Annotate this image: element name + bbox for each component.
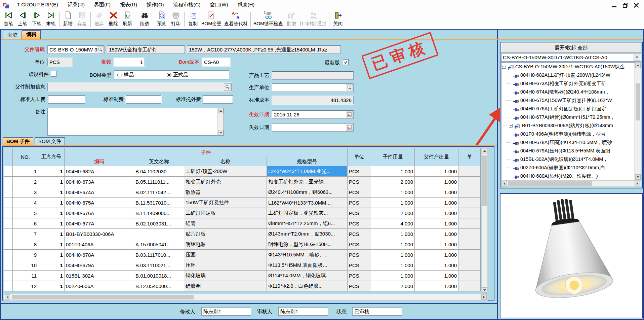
row-selector[interactable]: [4, 198, 13, 208]
cell-eng-name[interactable]: B.02.1003031...: [134, 218, 184, 229]
toolbar-bom-change-button[interactable]: BOM变更: [200, 11, 223, 27]
toolbar-nav-prev-button[interactable]: 上笔: [15, 11, 30, 27]
tree-item[interactable]: ┈┈004H0-677A(铝管)(Ø8mm*H51*T2.25mm，: [501, 113, 635, 121]
cell-no[interactable]: 7: [13, 229, 38, 239]
menu-item-3[interactable]: 报表(R): [115, 0, 142, 9]
toolbar-preview-button[interactable]: 预览: [155, 11, 169, 27]
tree-item[interactable]: ┈┈001F0-406A(明纬电源)(明纬电源，型号: [501, 130, 635, 138]
parent-extra-lookup-icon[interactable]: [224, 83, 231, 91]
cell-unit[interactable]: PCS: [348, 271, 371, 281]
cell-seq[interactable]: 1: [38, 177, 65, 187]
tree-item[interactable]: ┈┈004H0-679A(压环)(Φ113.5*H5MM,表面阳: [501, 147, 635, 155]
row-selector[interactable]: [4, 208, 13, 218]
cell-unit[interactable]: PCS: [348, 177, 371, 187]
cell-parent-qty[interactable]: 1.000: [415, 166, 458, 177]
cell-no[interactable]: 11: [13, 271, 38, 281]
cell-name[interactable]: 150W工矿灯悬挂件: [184, 198, 267, 208]
bom-type-sample-radio[interactable]: 样品: [117, 72, 134, 78]
cell-eng-name[interactable]: [134, 229, 184, 239]
cell-eng-name[interactable]: B.11.1409000...: [134, 208, 184, 218]
cell-spec[interactable]: Φ110*Φ2.0，白色硅胶...: [267, 281, 348, 291]
cell-code[interactable]: 001F0-406A: [65, 239, 134, 250]
cell-spec[interactable]: L243*W243*T1.0MM.亚光...: [267, 166, 348, 177]
cell-spec[interactable]: 明纬电源，型号HLG-150H...: [267, 239, 348, 250]
cell-parent-qty[interactable]: 1.000: [415, 260, 458, 271]
expand-collapse-button[interactable]: 展开/收起 全部: [501, 43, 641, 52]
cell-no[interactable]: 12: [13, 281, 38, 291]
cell-seq[interactable]: 1: [38, 250, 65, 260]
tree-item[interactable]: ┈┈004H0-674A(散热器)(Ø240.4*H108mm，: [501, 88, 635, 96]
remark-field[interactable]: [47, 108, 224, 136]
tree-vertical-scrollbar[interactable]: [635, 62, 641, 180]
row-selector[interactable]: [4, 177, 13, 187]
menu-item-7[interactable]: 帮助(H): [233, 0, 259, 9]
cell-seq[interactable]: 1: [38, 271, 65, 281]
menu-item-4[interactable]: 操作(O): [142, 0, 169, 9]
cell-parent-qty[interactable]: 1.000: [415, 218, 458, 229]
tree-item[interactable]: ┈┈004H0-680A(吊环)(M20、铁度镍。): [501, 172, 635, 180]
tree-root-item[interactable]: −CS-BYB-O-150MW-30D71-WCTKG-A0(150W钛金: [501, 63, 635, 71]
cell-no[interactable]: 5: [13, 208, 38, 218]
toolbar-substitute-button[interactable]: AB查看替代料: [223, 11, 249, 27]
cell-unit[interactable]: PCS: [348, 166, 371, 177]
row-selector[interactable]: [4, 239, 13, 250]
minimize-button[interactable]: [612, 3, 618, 7]
toolbar-print-button[interactable]: 打印: [169, 11, 183, 27]
cell-qty[interactable]: 1.000: [371, 187, 415, 198]
cell-seq[interactable]: 1: [38, 187, 65, 198]
prod-unit-field[interactable]: [272, 83, 354, 92]
cell-cut[interactable]: [458, 166, 481, 177]
cell-code[interactable]: 004H0-673A: [65, 177, 134, 187]
grid-horizontal-scrollbar[interactable]: [4, 294, 488, 300]
cell-qty[interactable]: 2.000: [371, 177, 415, 187]
cell-eng-name[interactable]: B.04.1102030...: [134, 166, 184, 177]
cell-name[interactable]: 硅胶圈: [184, 281, 267, 291]
expire-calendar-icon[interactable]: 31: [346, 124, 353, 131]
cell-seq[interactable]: 1: [38, 166, 65, 177]
cell-name[interactable]: 相变工矿灯外壳: [184, 177, 267, 187]
toolbar-nav-next-button[interactable]: 下笔: [30, 11, 44, 27]
std-make-field[interactable]: [126, 95, 161, 104]
cell-qty[interactable]: 1.000: [371, 271, 415, 281]
tree-horizontal-scrollbar[interactable]: [501, 180, 641, 187]
cell-unit[interactable]: PCS: [348, 198, 371, 208]
cell-unit[interactable]: PCS: [348, 260, 371, 271]
cell-eng-name[interactable]: B.12.0540000...: [134, 281, 184, 291]
col-eng-name[interactable]: 英文名称: [134, 157, 184, 166]
cell-qty[interactable]: 2.000: [371, 208, 415, 218]
tree-item[interactable]: ┈┈004H0-676A(工矿灯固定板)(工矿灯固定: [501, 105, 635, 113]
toolbar-refresh-button[interactable]: 刷新: [120, 11, 134, 27]
cell-spec[interactable]: Ø240.4*H108mm，铝6063...: [267, 187, 348, 198]
bom-type-formal-radio[interactable]: 正式品: [167, 72, 188, 78]
cell-cut[interactable]: [458, 198, 481, 208]
tree-item[interactable]: ┈┈004H0-678A(压圈)(Φ143*H10.5MM，喷砂: [501, 138, 635, 147]
cell-name[interactable]: 压圈: [184, 250, 267, 260]
cell-name[interactable]: 铝管: [184, 218, 267, 229]
tree-collapse-icon[interactable]: −: [502, 65, 506, 69]
cell-spec[interactable]: Ø143mm*T2.0mm，贴3030...: [267, 229, 348, 239]
combo-dropdown-icon[interactable]: [634, 54, 640, 61]
cell-parent-qty[interactable]: 1.000: [415, 208, 458, 218]
cell-name[interactable]: 压环: [184, 260, 267, 271]
cell-parent-qty[interactable]: 1.000: [415, 250, 458, 260]
cell-name[interactable]: 工矿灯-顶盖-200W: [184, 166, 267, 177]
toolbar-nav-first-button[interactable]: 首笔: [1, 11, 15, 27]
cell-qty[interactable]: 4.000: [371, 218, 415, 229]
menu-item-2[interactable]: 界面(F): [89, 0, 115, 9]
col-no[interactable]: NO.: [13, 148, 38, 166]
close-button[interactable]: [633, 3, 639, 7]
cell-unit[interactable]: PCS: [348, 208, 371, 218]
cell-no[interactable]: 6: [13, 218, 38, 229]
cell-code[interactable]: 004H0-679A: [65, 260, 134, 271]
cell-cut[interactable]: [458, 281, 481, 291]
cell-unit[interactable]: PCS: [348, 187, 371, 198]
toolbar-binoculars-button[interactable]: 筛选: [137, 11, 152, 27]
cell-eng-name[interactable]: B.05.1111011...: [134, 177, 184, 187]
toolbar-nav-last-button[interactable]: 末笔: [44, 11, 58, 27]
cell-qty[interactable]: 1.000: [371, 250, 415, 260]
cell-no[interactable]: 1: [13, 166, 38, 177]
cell-no[interactable]: 4: [13, 198, 38, 208]
cell-eng-name[interactable]: B.11.5317010...: [134, 198, 184, 208]
remark-scrollbar[interactable]: [217, 108, 224, 135]
grid-vertical-scrollbar[interactable]: [482, 148, 488, 293]
